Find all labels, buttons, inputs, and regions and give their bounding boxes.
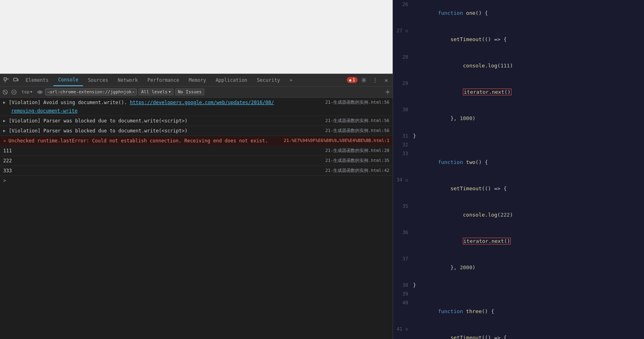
tab-elements[interactable]: Elements (21, 74, 53, 86)
code-line-29: 29 iterator.next() (393, 79, 644, 105)
code-line-32: 32 (393, 140, 644, 149)
code-line-31: 31 } (393, 132, 644, 140)
code-line-40: 40 function three() { (393, 298, 644, 325)
svg-point-10 (39, 91, 41, 93)
code-line-28: 28 console.log(111) (393, 53, 644, 79)
code-line-33: 33 function two() { (393, 149, 644, 175)
code-line-27: 27 ◇ setTimeout(() => { (393, 26, 644, 53)
code-line-30: 30 }, 1000) (393, 105, 644, 132)
devtools-panel: Elements Console Sources Network Perform… (0, 0, 393, 339)
devtools-tabs: Elements Console Sources Network Perform… (21, 74, 347, 86)
code-editor-panel: 26 function one() { 27 ◇ setTimeout(() =… (393, 0, 644, 339)
console-log-333: 333 21-生成器函数的实例.html:42 (0, 166, 393, 176)
console-input-line[interactable]: > (0, 176, 393, 185)
settings-icon[interactable] (359, 75, 369, 85)
tab-more[interactable]: » (285, 74, 297, 86)
console-message-violation-3: ▶ [Violation] Parser was blocked due to … (0, 126, 393, 136)
violation-link-2[interactable]: removing-document-write (11, 108, 77, 114)
error-count: 1 (352, 77, 355, 83)
svg-point-11 (387, 91, 388, 93)
close-devtools-icon[interactable]: ✕ (381, 75, 391, 85)
tab-application[interactable]: Application (211, 74, 252, 86)
log-level-dropdown[interactable]: All levels ▼ (138, 89, 174, 95)
console-log-222: 222 21-生成器函数的实例.html:35 (0, 156, 393, 166)
console-toolbar: top ▼ -url:chrome-extension://jgphnjok ✕… (0, 87, 393, 98)
console-message-violation-1: ▶ [Violation] Avoid using document.write… (0, 98, 393, 116)
expand-icon-2[interactable]: ▶ (3, 117, 6, 124)
code-line-35: 35 console.log(222) (393, 202, 644, 228)
tab-network[interactable]: Network (113, 74, 143, 86)
svg-rect-0 (4, 78, 6, 80)
code-line-37: 37 }, 2000) (393, 254, 644, 281)
tab-security[interactable]: Security (252, 74, 285, 86)
tab-sources[interactable]: Sources (83, 74, 113, 86)
devtools-tabbar: Elements Console Sources Network Perform… (0, 74, 393, 87)
toolbar-right: ● 1 ⋮ ✕ (347, 75, 391, 85)
code-editor: 26 function one() { 27 ◇ setTimeout(() =… (393, 0, 644, 339)
expand-icon[interactable]: ▶ (3, 99, 6, 106)
code-line-41: 41 ◇ setTimeout(() => { (393, 325, 644, 339)
code-line-34: 34 ◇ setTimeout(() => { (393, 175, 644, 202)
filter-value: -url:chrome-extension://jgphnjok (47, 89, 132, 95)
no-issues-label: No Issues (178, 89, 202, 95)
filter-tag: -url:chrome-extension://jgphnjok ✕ (45, 89, 137, 95)
eye-icon[interactable] (36, 89, 43, 96)
console-settings-icon[interactable] (384, 89, 391, 96)
code-line-26: 26 function one() { (393, 0, 644, 26)
device-toggle-icon[interactable] (11, 75, 21, 85)
tab-performance[interactable]: Performance (143, 74, 184, 86)
inspect-element-icon[interactable] (2, 75, 11, 85)
code-line-36: 36 iterator.next() (393, 228, 644, 254)
log-level-label: All levels (141, 89, 168, 95)
error-dot: ● (349, 78, 351, 82)
more-options-icon[interactable]: ⋮ (370, 75, 380, 85)
preserve-log-icon[interactable] (10, 89, 18, 96)
filter-close-icon[interactable]: ✕ (132, 90, 135, 94)
no-issues-dropdown[interactable]: No Issues (175, 89, 205, 95)
tab-console[interactable]: Console (53, 74, 83, 86)
svg-line-7 (4, 91, 6, 93)
error-badge: ● 1 (347, 77, 358, 83)
tab-memory[interactable]: Memory (184, 74, 211, 86)
cursor-icon: > (3, 177, 6, 184)
code-line-39: 39 (393, 290, 644, 298)
svg-rect-3 (14, 78, 17, 81)
console-output[interactable]: ▶ [Violation] Avoid using document.write… (0, 98, 393, 339)
expand-icon-3[interactable]: ▶ (3, 127, 6, 134)
code-line-38: 38 } (393, 281, 644, 290)
browser-content-area (0, 0, 393, 74)
console-log-111: 111 21-生成器函数的实例.html:28 (0, 146, 393, 156)
svg-point-5 (363, 79, 365, 81)
console-message-violation-2: ▶ [Violation] Parser was blocked due to … (0, 116, 393, 126)
clear-console-icon[interactable] (2, 89, 9, 96)
svg-rect-4 (18, 79, 18, 81)
console-message-error: ✕ Unchecked runtime.lastError: Could not… (0, 136, 393, 146)
error-icon: ✕ (3, 137, 6, 144)
violation-link-1[interactable]: https://developers.google.com/web/update… (130, 100, 274, 105)
top-dropdown[interactable]: top ▼ (19, 88, 35, 96)
